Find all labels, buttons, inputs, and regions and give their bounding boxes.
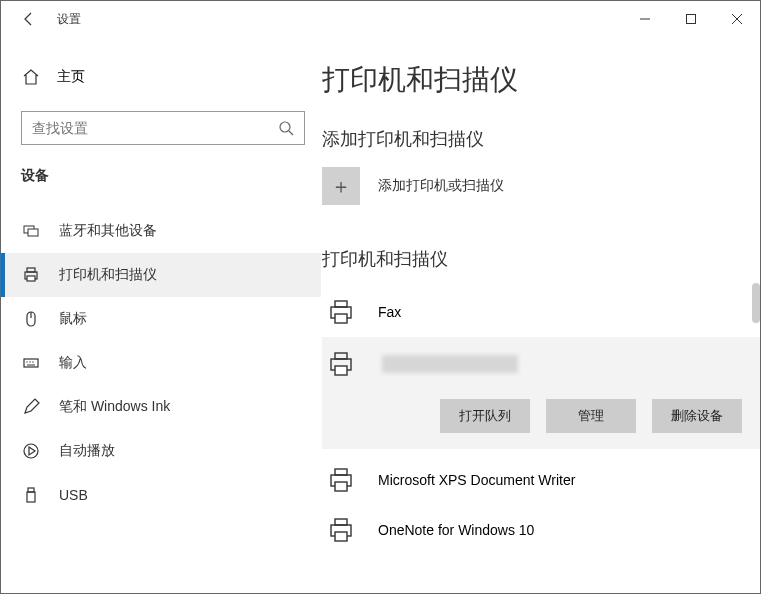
add-printer-button[interactable]: ＋ 添加打印机或扫描仪 <box>322 167 760 205</box>
printer-icon <box>21 265 41 285</box>
printer-icon <box>322 511 360 549</box>
printer-icon <box>322 461 360 499</box>
svg-rect-21 <box>335 314 347 323</box>
svg-point-13 <box>29 361 30 362</box>
autoplay-icon <box>21 441 41 461</box>
printer-icon <box>322 293 360 331</box>
category-label: 设备 <box>21 167 321 185</box>
device-name-redacted <box>382 355 518 373</box>
sidebar-item-bluetooth[interactable]: 蓝牙和其他设备 <box>1 209 321 253</box>
svg-rect-8 <box>27 276 35 281</box>
sidebar: 主页 设备 蓝牙和其他设备 打印机和 <box>1 37 321 593</box>
nav-label: 蓝牙和其他设备 <box>59 222 157 240</box>
svg-rect-18 <box>27 492 35 502</box>
svg-point-14 <box>32 361 33 362</box>
plus-icon: ＋ <box>322 167 360 205</box>
remove-device-button[interactable]: 删除设备 <box>652 399 742 433</box>
pen-icon <box>21 397 41 417</box>
search-icon <box>278 120 294 136</box>
keyboard-icon <box>21 353 41 373</box>
svg-rect-17 <box>28 488 34 492</box>
minimize-button[interactable] <box>622 1 668 37</box>
page-title: 打印机和扫描仪 <box>322 61 760 99</box>
nav-label: USB <box>59 487 88 503</box>
svg-line-3 <box>289 131 293 135</box>
sidebar-item-usb[interactable]: USB <box>1 473 321 517</box>
svg-rect-11 <box>24 359 38 367</box>
svg-rect-30 <box>335 519 347 525</box>
main-panel: 打印机和扫描仪 添加打印机和扫描仪 ＋ 添加打印机或扫描仪 打印机和扫描仪 Fa… <box>321 37 760 593</box>
usb-icon <box>21 485 41 505</box>
scrollbar-thumb[interactable] <box>752 283 760 323</box>
home-link[interactable]: 主页 <box>21 61 321 93</box>
settings-window: 设置 主页 <box>0 0 761 594</box>
nav-label: 打印机和扫描仪 <box>59 266 157 284</box>
content-area: 主页 设备 蓝牙和其他设备 打印机和 <box>1 37 760 593</box>
svg-point-2 <box>280 122 290 132</box>
search-input[interactable] <box>32 120 278 136</box>
home-icon <box>21 67 41 87</box>
device-fax[interactable]: Fax <box>322 287 760 337</box>
maximize-button[interactable] <box>668 1 714 37</box>
svg-rect-5 <box>28 229 38 236</box>
nav-label: 鼠标 <box>59 310 87 328</box>
nav-label: 自动播放 <box>59 442 115 460</box>
nav-label: 输入 <box>59 354 87 372</box>
printer-icon <box>322 345 360 383</box>
svg-rect-27 <box>335 469 347 475</box>
device-onenote[interactable]: OneNote for Windows 10 <box>322 505 760 555</box>
device-xps[interactable]: Microsoft XPS Document Writer <box>322 455 760 505</box>
svg-rect-31 <box>335 532 347 541</box>
svg-rect-7 <box>27 268 35 272</box>
device-name: OneNote for Windows 10 <box>378 522 534 538</box>
sidebar-item-pen[interactable]: 笔和 Windows Ink <box>1 385 321 429</box>
manage-button[interactable]: 管理 <box>546 399 636 433</box>
mouse-icon <box>21 309 41 329</box>
device-name: Microsoft XPS Document Writer <box>378 472 575 488</box>
back-button[interactable] <box>9 1 49 37</box>
svg-rect-20 <box>335 301 347 307</box>
add-label: 添加打印机或扫描仪 <box>378 177 504 195</box>
titlebar: 设置 <box>1 1 760 37</box>
device-name: Fax <box>378 304 401 320</box>
svg-rect-1 <box>687 15 696 24</box>
add-section-title: 添加打印机和扫描仪 <box>322 127 760 151</box>
sidebar-item-printers[interactable]: 打印机和扫描仪 <box>1 253 321 297</box>
svg-rect-23 <box>335 353 347 359</box>
home-label: 主页 <box>57 68 85 86</box>
svg-rect-28 <box>335 482 347 491</box>
window-controls <box>622 1 760 37</box>
search-box[interactable] <box>21 111 305 145</box>
svg-rect-24 <box>335 366 347 375</box>
nav-label: 笔和 Windows Ink <box>59 398 170 416</box>
device-selected[interactable]: 打开队列 管理 删除设备 <box>322 337 760 449</box>
window-title: 设置 <box>57 11 81 28</box>
svg-point-12 <box>26 361 27 362</box>
sidebar-item-typing[interactable]: 输入 <box>1 341 321 385</box>
open-queue-button[interactable]: 打开队列 <box>440 399 530 433</box>
sidebar-item-mouse[interactable]: 鼠标 <box>1 297 321 341</box>
device-actions: 打开队列 管理 删除设备 <box>322 385 760 443</box>
list-section-title: 打印机和扫描仪 <box>322 247 760 271</box>
close-button[interactable] <box>714 1 760 37</box>
bluetooth-devices-icon <box>21 221 41 241</box>
sidebar-item-autoplay[interactable]: 自动播放 <box>1 429 321 473</box>
